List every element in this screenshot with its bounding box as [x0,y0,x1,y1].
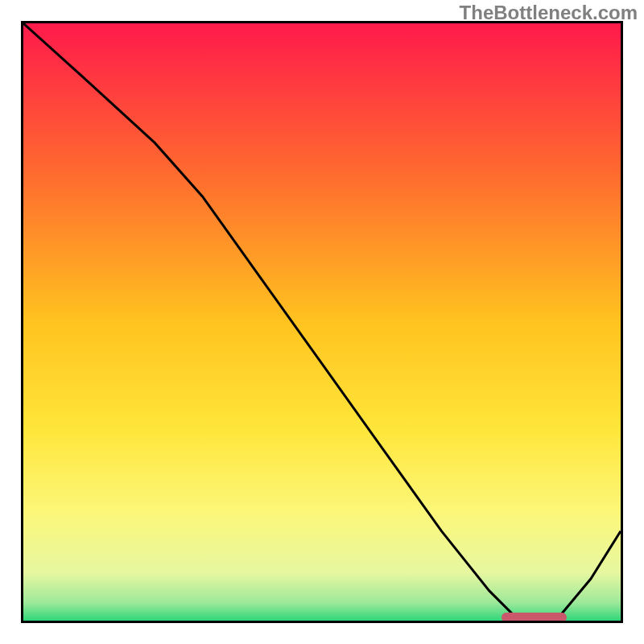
chart-plot-area [21,21,623,623]
watermark-label: TheBottleneck.com [460,2,638,24]
chart-inner [23,23,621,621]
optimal-range-marker [502,613,568,621]
chart-curve [23,23,621,621]
